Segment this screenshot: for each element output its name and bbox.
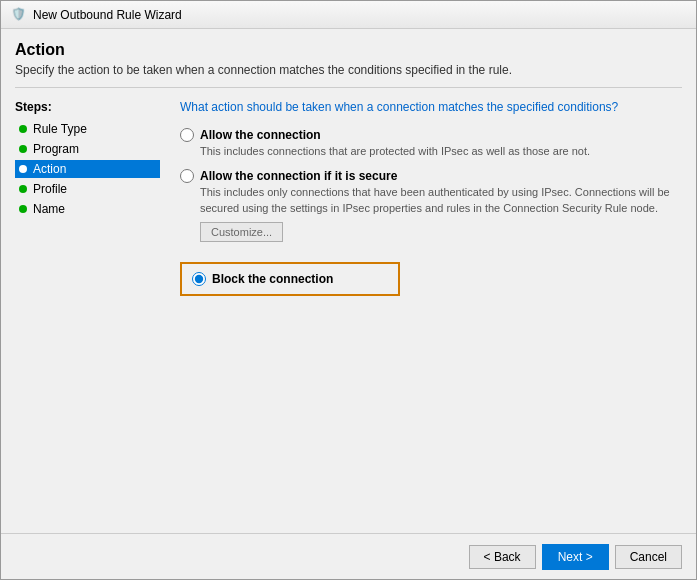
radio-allow-secure[interactable]	[180, 169, 194, 183]
option-allow-description: This includes connections that are prote…	[200, 144, 682, 159]
sidebar-item-action[interactable]: Action	[15, 160, 160, 178]
window: 🛡️ New Outbound Rule Wizard Action Speci…	[0, 0, 697, 580]
option-allow: Allow the connection This includes conne…	[180, 128, 682, 159]
step-dot	[19, 125, 27, 133]
option-allow-secure-description: This includes only connections that have…	[200, 185, 682, 216]
option-allow-secure-label: Allow the connection if it is secure	[200, 169, 397, 183]
step-dot	[19, 165, 27, 173]
next-button[interactable]: Next >	[542, 544, 609, 570]
option-allow-secure: Allow the connection if it is secure Thi…	[180, 169, 682, 242]
cancel-button[interactable]: Cancel	[615, 545, 682, 569]
step-name: Program	[33, 142, 79, 156]
step-name: Profile	[33, 182, 67, 196]
back-button[interactable]: < Back	[469, 545, 536, 569]
step-dot	[19, 185, 27, 193]
option-block-box: Block the connection	[180, 262, 400, 296]
step-dot	[19, 145, 27, 153]
option-allow-label: Allow the connection	[200, 128, 321, 142]
step-name: Rule Type	[33, 122, 87, 136]
radio-allow[interactable]	[180, 128, 194, 142]
sidebar-item-profile[interactable]: Profile	[15, 180, 160, 198]
step-name: Action	[33, 162, 66, 176]
steps-label: Steps:	[15, 100, 160, 114]
radio-block[interactable]	[192, 272, 206, 286]
title-bar: 🛡️ New Outbound Rule Wizard	[1, 1, 696, 29]
right-panel: What action should be taken when a conne…	[170, 100, 682, 525]
step-name: Name	[33, 202, 65, 216]
question-text: What action should be taken when a conne…	[180, 100, 682, 114]
sidebar-item-rule-type[interactable]: Rule Type	[15, 120, 160, 138]
page-title: Action	[15, 41, 682, 59]
option-block-label: Block the connection	[212, 272, 333, 286]
window-title: New Outbound Rule Wizard	[33, 8, 182, 22]
page-subtitle: Specify the action to be taken when a co…	[15, 63, 682, 88]
main-layout: Steps: Rule Type Program Action Profile	[15, 100, 682, 525]
sidebar-item-program[interactable]: Program	[15, 140, 160, 158]
option-label-row: Allow the connection if it is secure	[180, 169, 682, 183]
sidebar-item-name[interactable]: Name	[15, 200, 160, 218]
option-group: Allow the connection This includes conne…	[180, 128, 682, 296]
option-label-row: Allow the connection	[180, 128, 682, 142]
content-area: Action Specify the action to be taken wh…	[1, 29, 696, 533]
step-dot	[19, 205, 27, 213]
window-icon: 🛡️	[11, 7, 27, 23]
customize-button[interactable]: Customize...	[200, 222, 283, 242]
steps-panel: Steps: Rule Type Program Action Profile	[15, 100, 170, 525]
bottom-bar: < Back Next > Cancel	[1, 533, 696, 579]
